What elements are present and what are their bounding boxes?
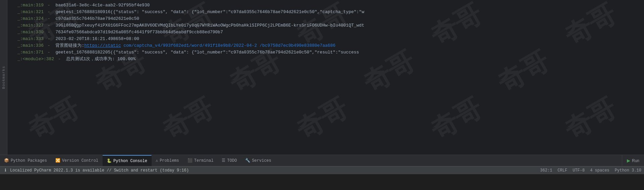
line-content: geetest_1676888182205({"status": "succes… — [55, 49, 359, 56]
tab-problems-label: Problems — [160, 158, 179, 163]
line-separator: - — [45, 9, 53, 15]
run-icon: ▶ — [627, 158, 630, 163]
line-separator: - — [55, 56, 63, 63]
status-bar: ℹ Localized PyCharm 2022.1.3 is availabl… — [0, 166, 644, 174]
line-content: 背景图链接为:https://static com/captcha_v4/993… — [55, 42, 335, 49]
console-line-link: _:main:336 - 背景图链接为:https://static com/c… — [7, 42, 644, 49]
bookmarks-bar[interactable]: Bookmarks — [0, 0, 7, 155]
line-prefix: _:main:327 — [17, 22, 44, 29]
status-left: ℹ Localized PyCharm 2022.1.3 is availabl… — [3, 168, 540, 173]
console-line: _:main:333 - 2023-02-20T18:16:21.498658+… — [7, 36, 644, 42]
line-prefix: _:main:321 — [17, 9, 44, 15]
line-prefix: _:main:319 — [17, 2, 44, 9]
tab-services-label: Services — [252, 158, 271, 163]
tab-todo-label: TODO — [227, 158, 237, 163]
line-separator: - — [45, 22, 53, 29]
line-content: 39Gl86BQgpTxeuyf4iPX01G6FFoc27mpAK8V6OEV… — [55, 22, 364, 29]
version-control-icon: 🔀 — [55, 158, 60, 163]
console-line: _:main:324 - c97da0355c7646b78ae794d2621… — [7, 15, 644, 22]
line-separator: - — [45, 42, 53, 49]
run-button[interactable]: ▶ Run — [622, 155, 644, 166]
console-line: _:main:327 - 39Gl86BQgpTxeuyf4iPX01G6FFo… — [7, 22, 644, 29]
tab-terminal-label: Terminal — [194, 158, 214, 163]
bottom-toolbar: 📦 Python Packages 🔀 Version Control 🐍 Py… — [0, 155, 644, 166]
line-content: bae631a6-3e8c-4c1e-aab2-92f95bf4e930 — [55, 2, 150, 9]
line-prefix: _:main:324 — [17, 15, 44, 22]
line-content: geetest_1676888180916({"status": "succes… — [55, 9, 364, 15]
tab-python-packages-label: Python Packages — [11, 158, 47, 163]
python-console-icon: 🐍 — [107, 158, 112, 163]
console-line: _:main:319 - bae631a6-3e8c-4c1e-aab2-92f… — [7, 2, 644, 9]
console-line: _:main:371 - geetest_1676888182205({"sta… — [7, 49, 644, 56]
console-line: _:<module>:382 - 总共测试1次，成功率为: 100.00% — [7, 56, 644, 63]
console-area: Bookmarks _:main:319 - bae631a6-3e8c-4c1… — [0, 0, 644, 155]
tab-version-control-label: Version Control — [62, 158, 98, 163]
watermark: 奇哥 — [424, 90, 489, 148]
line-prefix: _:main:333 — [17, 36, 44, 42]
tab-problems[interactable]: ⚠ Problems — [152, 155, 183, 166]
status-text[interactable]: Localized PyCharm 2022.1.3 is available … — [10, 168, 189, 173]
line-separator: - — [45, 29, 53, 36]
tab-python-console-label: Python Console — [113, 159, 147, 163]
status-right: 362:1 CRLF UTF-8 4 spaces Python 3.10 — [540, 168, 641, 173]
bookmarks-label: Bookmarks — [2, 66, 6, 89]
python-version[interactable]: Python 3.10 — [615, 168, 641, 173]
watermark: 奇哥 — [558, 90, 623, 148]
watermark: 奇哥 — [290, 90, 355, 148]
line-prefix: _:main:336 — [17, 42, 44, 49]
line-ending[interactable]: CRLF — [557, 168, 567, 173]
line-separator: - — [45, 15, 53, 22]
cursor-position[interactable]: 362:1 — [540, 168, 552, 173]
console-link[interactable]: https://static — [84, 43, 121, 48]
watermark: 奇哥 — [21, 90, 86, 148]
console-line: _:main:321 - geetest_1676888180916({"sta… — [7, 9, 644, 15]
terminal-icon: ⬛ — [187, 158, 193, 163]
tab-python-packages[interactable]: 📦 Python Packages — [0, 155, 51, 166]
tab-python-console[interactable]: 🐍 Python Console — [103, 155, 152, 166]
line-separator: - — [45, 2, 53, 9]
indent-setting[interactable]: 4 spaces — [590, 168, 609, 173]
tab-services[interactable]: 🔧 Services — [241, 155, 276, 166]
status-info-icon: ℹ — [3, 168, 8, 173]
line-prefix: _:main:371 — [17, 49, 44, 56]
line-content: 总共测试1次，成功率为: 100.00% — [66, 56, 136, 63]
link-suffix-text: com/captcha_v4/993f682ed1/word/491f18e9b… — [121, 43, 335, 48]
tab-terminal[interactable]: ⬛ Terminal — [183, 155, 218, 166]
tab-todo[interactable]: ☰ TODO — [218, 155, 241, 166]
todo-icon: ☰ — [222, 158, 225, 163]
line-content: c97da0355c7646b78ae794d2621e0c50 — [55, 15, 139, 22]
line-prefix: _:<module>:382 — [17, 56, 54, 63]
line-content: 2023-02-20T18:16:21.498658+08:00 — [55, 36, 139, 42]
run-label: Run — [632, 158, 639, 163]
line-prefix: _:main:330 — [17, 29, 44, 36]
link-prefix-text: 背景图链接为: — [55, 43, 84, 48]
tab-version-control[interactable]: 🔀 Version Control — [51, 155, 103, 166]
line-separator: - — [45, 36, 53, 42]
watermark: 奇哥 — [156, 90, 220, 148]
line-separator: - — [45, 49, 53, 56]
services-icon: 🔧 — [245, 158, 250, 163]
line-content: 7634fe07566abdca97d19d26a085fc4641f9f73b… — [55, 29, 223, 36]
encoding[interactable]: UTF-8 — [573, 168, 585, 173]
problems-icon: ⚠ — [156, 158, 158, 163]
console-line: _:main:330 - 7634fe07566abdca97d19d26a08… — [7, 29, 644, 36]
python-packages-icon: 📦 — [4, 158, 9, 163]
